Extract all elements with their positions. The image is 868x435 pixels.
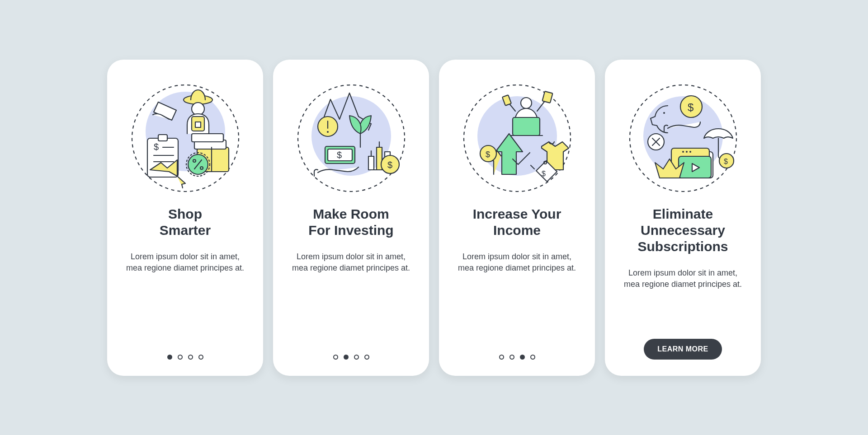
svg-point-65 (682, 151, 684, 153)
pager-dot-3[interactable] (188, 355, 193, 360)
onboarding-card-1: $ Shop Smarter Lorem ipsum dolor sit in … (107, 60, 263, 376)
svg-rect-44 (513, 117, 540, 136)
card-body: Lorem ipsum dolor sit in amet, mea regio… (285, 251, 417, 274)
svg-text:$: $ (486, 150, 490, 159)
card-body: Lorem ipsum dolor sit in amet, mea regio… (119, 251, 251, 274)
svg-point-24 (327, 131, 329, 133)
svg-text:$: $ (724, 158, 728, 165)
pager-dot-3[interactable] (354, 355, 359, 360)
pager-dot-1[interactable] (333, 355, 338, 360)
svg-point-55 (663, 112, 665, 114)
card-title: Eliminate Unnecessary Subscriptions (637, 206, 728, 255)
pager-dot-1[interactable] (167, 355, 172, 360)
pager-dot-4[interactable] (530, 355, 535, 360)
svg-text:$: $ (688, 101, 693, 113)
pager-dot-3[interactable] (520, 355, 525, 360)
pager-dots (167, 355, 203, 360)
increase-income-illustration: $ $ (458, 80, 576, 197)
onboarding-card-4: $ $ Eliminate Unnecessary Subscriptions … (605, 60, 761, 376)
svg-rect-7 (158, 135, 167, 141)
eliminate-subscriptions-illustration: $ $ (624, 80, 742, 197)
card-body: Lorem ipsum dolor sit in amet, mea regio… (451, 251, 583, 274)
svg-text:$: $ (337, 150, 342, 160)
card-title: Shop Smarter (160, 206, 211, 239)
svg-text:$: $ (542, 170, 546, 178)
shop-smarter-illustration: $ (127, 80, 244, 197)
pager-dot-2[interactable] (509, 355, 514, 360)
svg-point-39 (521, 98, 532, 108)
svg-rect-43 (542, 91, 552, 103)
onboarding-card-3: $ $ Increase Your Income Lorem ipsum dol… (439, 60, 595, 376)
svg-point-3 (192, 103, 204, 115)
svg-rect-5 (195, 122, 201, 127)
svg-point-67 (689, 151, 691, 153)
svg-rect-14 (192, 134, 223, 142)
pager-dots (333, 355, 369, 360)
svg-rect-30 (368, 156, 374, 170)
learn-more-button[interactable]: LEARN MORE (644, 339, 722, 360)
investing-illustration: $ $ (292, 80, 410, 197)
onboarding-card-2: $ $ Make Room For Investing Lorem ipsum … (273, 60, 429, 376)
pager-dots (499, 355, 535, 360)
card-title: Increase Your Income (473, 206, 561, 239)
svg-text:$: $ (154, 142, 159, 152)
card-body: Lorem ipsum dolor sit in amet, mea regio… (617, 267, 749, 290)
card-title: Make Room For Investing (308, 206, 393, 239)
svg-point-66 (686, 151, 688, 153)
svg-text:$: $ (387, 160, 392, 170)
pager-dot-4[interactable] (198, 355, 203, 360)
pager-dot-4[interactable] (364, 355, 369, 360)
pager-dot-2[interactable] (178, 355, 183, 360)
pager-dot-2[interactable] (344, 355, 349, 360)
pager-dot-1[interactable] (499, 355, 504, 360)
